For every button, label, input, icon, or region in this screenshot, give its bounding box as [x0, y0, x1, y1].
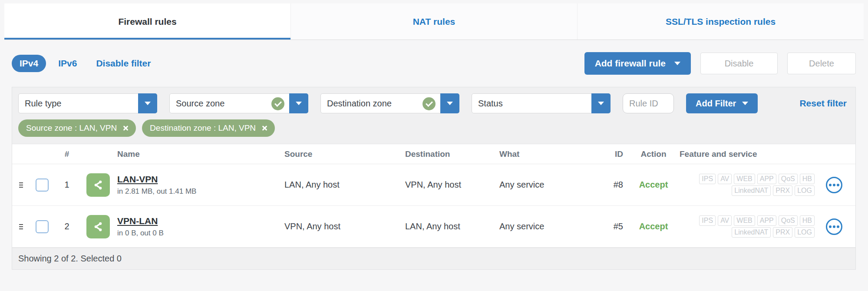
status-caret-button[interactable]	[591, 93, 611, 113]
rule-type-caret-button[interactable]	[138, 93, 157, 113]
tab-ssl-tls-inspection-rules[interactable]: SSL/TLS inspection rules	[577, 3, 864, 40]
chevron-down-icon	[145, 102, 151, 105]
add-filter-label: Add Filter	[696, 99, 736, 109]
row-checkbox[interactable]	[36, 220, 49, 233]
chip-label: Source zone : LAN, VPN	[26, 123, 117, 133]
badge-av: AV	[718, 174, 732, 184]
close-icon[interactable]	[122, 125, 129, 132]
active-filter-chips: Source zone : LAN, VPN Destination zone …	[18, 119, 849, 137]
share-icon	[86, 215, 110, 238]
rule-type-label: Rule type	[25, 99, 62, 109]
firewall-rules-panel: Rule type Source zone Destination zone	[12, 87, 856, 270]
header-what: What	[499, 149, 601, 159]
add-filter-button[interactable]: Add Filter	[686, 93, 758, 113]
status-select[interactable]: Status	[472, 93, 611, 113]
rule-traffic: in 0 B, out 0 B	[117, 229, 284, 238]
delete-button[interactable]: Delete	[787, 53, 856, 74]
close-icon[interactable]	[261, 125, 268, 132]
rule-type-select[interactable]: Rule type	[18, 93, 157, 113]
rule-name-link[interactable]: VPN-LAN	[117, 216, 284, 226]
rule-id-input[interactable]	[623, 93, 674, 113]
add-firewall-rule-label: Add firewall rule	[595, 58, 666, 69]
badge-app: APP	[757, 174, 776, 184]
cell-destination: VPN, Any host	[405, 180, 499, 190]
feature-badges: IPS AV WEB APP QoS HB LinkedNAT PRX LOG	[680, 174, 826, 196]
table-row: 2 VPN-LAN in 0 B, out 0 B VPN, Any host …	[12, 206, 855, 248]
cell-what: Any service	[499, 222, 601, 231]
row-number: 1	[55, 180, 79, 190]
toolbar: IPv4 IPv6 Disable filter Add firewall ru…	[12, 50, 856, 76]
chevron-down-icon	[742, 102, 748, 105]
tab-firewall-rules[interactable]: Firewall rules	[4, 3, 290, 40]
rule-traffic: in 2.81 MB, out 1.41 MB	[117, 187, 284, 196]
add-firewall-rule-button[interactable]: Add firewall rule	[584, 52, 691, 75]
row-checkbox[interactable]	[36, 179, 49, 192]
feature-badges: IPS AV WEB APP QoS HB LinkedNAT PRX LOG	[680, 215, 826, 238]
status-label: Status	[478, 99, 503, 109]
share-icon	[86, 173, 110, 197]
rule-name-link[interactable]: LAN-VPN	[117, 174, 284, 185]
table-header: # Name Source Destination What ID Action…	[12, 144, 855, 164]
chevron-down-icon	[296, 102, 302, 105]
ipv4-toggle[interactable]: IPv4	[12, 55, 46, 72]
cell-id: #8	[601, 180, 627, 190]
chevron-down-icon	[447, 102, 453, 105]
destination-zone-filter-chip[interactable]: Destination zone : LAN, VPN	[142, 119, 275, 137]
badge-log: LOG	[795, 227, 815, 238]
ipv6-toggle[interactable]: IPv6	[58, 58, 77, 69]
badge-av: AV	[718, 215, 732, 226]
badge-hb: HB	[800, 174, 815, 184]
source-zone-select[interactable]: Source zone	[169, 93, 308, 113]
badge-qos: QoS	[779, 174, 798, 184]
destination-zone-select[interactable]: Destination zone	[320, 93, 459, 113]
header-destination: Destination	[405, 149, 499, 159]
badge-log: LOG	[795, 185, 815, 196]
disable-button[interactable]: Disable	[700, 53, 778, 74]
row-menu-ellipsis-icon[interactable]	[826, 177, 842, 193]
cell-what: Any service	[499, 180, 601, 190]
badge-qos: QoS	[779, 215, 798, 226]
chevron-down-icon	[598, 102, 604, 105]
reset-filter-link[interactable]: Reset filter	[799, 98, 849, 109]
source-zone-label: Source zone	[176, 99, 224, 109]
cell-action: Accept	[627, 222, 680, 231]
showing-summary: Showing 2 of 2. Selected 0	[18, 254, 122, 264]
check-circle-icon	[271, 97, 284, 110]
check-circle-icon	[422, 97, 436, 110]
destination-zone-label: Destination zone	[327, 99, 392, 109]
badge-web: WEB	[734, 174, 755, 184]
badge-prx: PRX	[773, 185, 792, 196]
row-menu-ellipsis-icon[interactable]	[826, 218, 842, 235]
drag-handle-icon[interactable]	[19, 182, 23, 183]
header-action: Action	[627, 149, 680, 159]
header-name: Name	[117, 149, 284, 159]
header-source: Source	[284, 149, 405, 159]
badge-ips: IPS	[699, 215, 716, 226]
cell-action: Accept	[627, 180, 680, 190]
chip-label: Destination zone : LAN, VPN	[150, 123, 256, 133]
cell-source: VPN, Any host	[284, 222, 405, 231]
badge-linkednat: LinkedNAT	[732, 185, 771, 196]
drag-handle-icon[interactable]	[19, 224, 23, 225]
header-num: #	[55, 149, 79, 159]
badge-prx: PRX	[773, 227, 792, 238]
filter-row: Rule type Source zone Destination zone	[18, 93, 849, 113]
destination-zone-caret-button[interactable]	[440, 93, 459, 113]
source-zone-filter-chip[interactable]: Source zone : LAN, VPN	[18, 119, 136, 137]
chevron-down-icon	[674, 62, 680, 65]
disable-filter-link[interactable]: Disable filter	[96, 58, 151, 69]
table-footer: Showing 2 of 2. Selected 0	[12, 248, 855, 269]
header-feature-and-service: Feature and service	[680, 149, 826, 159]
filter-area: Rule type Source zone Destination zone	[12, 87, 855, 144]
cell-destination: LAN, Any host	[405, 222, 499, 231]
source-zone-caret-button[interactable]	[289, 93, 308, 113]
badge-app: APP	[757, 215, 776, 226]
tab-bar: Firewall rules NAT rules SSL/TLS inspect…	[4, 3, 864, 40]
badge-hb: HB	[800, 215, 815, 226]
row-number: 2	[55, 222, 79, 231]
badge-web: WEB	[734, 215, 755, 226]
tab-nat-rules[interactable]: NAT rules	[290, 3, 577, 40]
badge-ips: IPS	[699, 174, 716, 184]
table-row: 1 LAN-VPN in 2.81 MB, out 1.41 MB LAN, A…	[12, 164, 855, 206]
badge-linkednat: LinkedNAT	[732, 227, 771, 238]
